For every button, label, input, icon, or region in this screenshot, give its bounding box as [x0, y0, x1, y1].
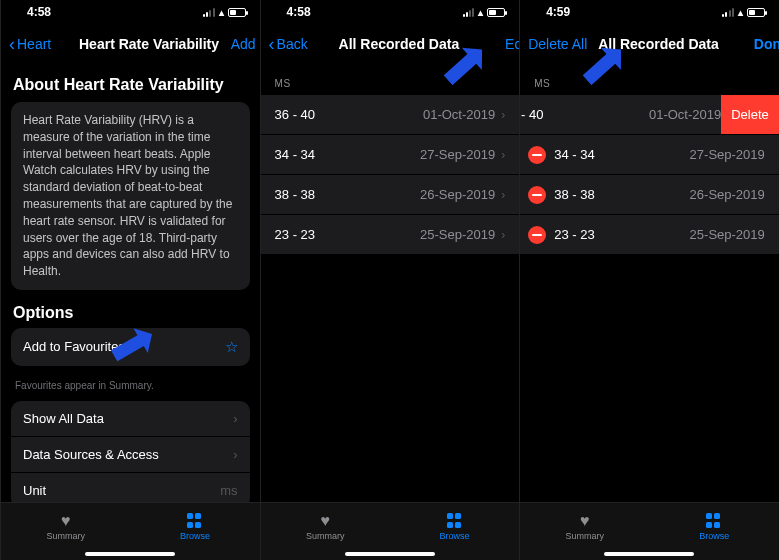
tab-browse[interactable]: Browse — [390, 503, 519, 550]
chevron-right-icon: › — [233, 447, 237, 462]
data-date: 27-Sep-2019 — [690, 147, 779, 162]
remove-button[interactable] — [520, 186, 554, 204]
data-date: 26-Sep-2019 — [690, 187, 779, 202]
heart-icon: ♥ — [320, 513, 330, 529]
data-sources-label: Data Sources & Access — [23, 447, 159, 462]
chevron-right-icon: › — [501, 228, 505, 242]
grid-icon — [187, 513, 203, 529]
data-row[interactable]: 34 - 34 27-Sep-2019› — [261, 135, 520, 175]
chevron-left-icon: ‹ — [269, 35, 275, 53]
back-label: Back — [277, 36, 308, 52]
data-date: 01-Oct-2019 — [649, 107, 721, 122]
tab-summary-label: Summary — [566, 531, 605, 541]
nav-bar: Delete All All Recorded Data Done — [520, 24, 779, 64]
tab-summary[interactable]: ♥ Summary — [520, 503, 649, 550]
status-icons: ▴ — [463, 7, 506, 18]
phone-screen-2: 4:58 ▴ ‹ Back All Recorded Data Edit MS … — [260, 0, 520, 560]
data-row[interactable]: 34 - 34 27-Sep-2019 — [520, 135, 779, 175]
tab-summary[interactable]: ♥ Summary — [1, 503, 130, 550]
tab-summary-label: Summary — [46, 531, 85, 541]
nav-title: Heart Rate Variability — [79, 36, 219, 52]
data-row[interactable]: 36 - 40 01-Oct-2019› — [261, 95, 520, 135]
status-icons: ▴ — [203, 7, 246, 18]
nav-bar: ‹ Heart Heart Rate Variability Add Data — [1, 24, 260, 64]
data-date: 27-Sep-2019 — [420, 147, 495, 162]
status-bar: 4:58 ▴ — [1, 0, 260, 24]
data-value: 23 - 23 — [275, 227, 315, 242]
nav-title: All Recorded Data — [339, 36, 460, 52]
data-row-swiped[interactable]: 6 - 40 01-Oct-2019 Delete — [520, 95, 779, 135]
tab-browse[interactable]: Browse — [649, 503, 778, 550]
chevron-right-icon: › — [501, 188, 505, 202]
data-value: 23 - 23 — [554, 215, 689, 254]
phone-screen-1: 4:58 ▴ ‹ Heart Heart Rate Variability Ad… — [0, 0, 260, 560]
content-scroll[interactable]: About Heart Rate Variability Heart Rate … — [1, 64, 260, 502]
back-label: Heart — [17, 36, 51, 52]
status-time: 4:58 — [27, 5, 51, 19]
data-date: 26-Sep-2019 — [420, 187, 495, 202]
content-scroll[interactable]: MS 36 - 40 01-Oct-2019› 34 - 34 27-Sep-2… — [261, 64, 520, 502]
remove-button[interactable] — [520, 226, 554, 244]
options-header: Options — [1, 290, 260, 328]
about-card: Heart Rate Variability (HRV) is a measur… — [11, 102, 250, 290]
home-indicator[interactable] — [85, 552, 175, 556]
status-bar: 4:58 ▴ — [261, 0, 520, 24]
tab-browse[interactable]: Browse — [130, 503, 259, 550]
back-button[interactable]: ‹ Heart — [9, 35, 79, 53]
data-row[interactable]: 38 - 38 26-Sep-2019 — [520, 175, 779, 215]
data-value: 38 - 38 — [275, 187, 315, 202]
data-value: 34 - 34 — [554, 135, 689, 174]
data-value: 34 - 34 — [275, 147, 315, 162]
show-all-data-cell[interactable]: Show All Data › — [11, 401, 250, 437]
data-row[interactable]: 23 - 23 25-Sep-2019 — [520, 215, 779, 254]
done-button[interactable]: Done — [719, 36, 779, 52]
tab-browse-label: Browse — [180, 531, 210, 541]
data-row[interactable]: 38 - 38 26-Sep-2019› — [261, 175, 520, 215]
data-value: 6 - 40 — [520, 95, 649, 134]
unit-cell[interactable]: Unit ms — [11, 473, 250, 502]
status-time: 4:58 — [287, 5, 311, 19]
heart-icon: ♥ — [61, 513, 71, 529]
remove-button[interactable] — [520, 146, 554, 164]
delete-button[interactable]: Delete — [721, 95, 779, 134]
home-indicator[interactable] — [604, 552, 694, 556]
status-icons: ▴ — [722, 7, 765, 18]
minus-icon — [528, 226, 546, 244]
ms-section-header: MS — [261, 64, 520, 95]
data-row[interactable]: 23 - 23 25-Sep-2019› — [261, 215, 520, 254]
status-bar: 4:59 ▴ — [520, 0, 779, 24]
chevron-right-icon: › — [501, 148, 505, 162]
delete-all-label: Delete All — [528, 36, 587, 52]
chevron-left-icon: ‹ — [9, 35, 15, 53]
home-indicator[interactable] — [345, 552, 435, 556]
tab-browse-label: Browse — [699, 531, 729, 541]
minus-icon — [528, 146, 546, 164]
data-value: 36 - 40 — [275, 107, 315, 122]
content-scroll[interactable]: MS 6 - 40 01-Oct-2019 Delete 34 - 34 27-… — [520, 64, 779, 502]
chevron-right-icon: › — [501, 108, 505, 122]
chevron-right-icon: › — [233, 411, 237, 426]
unit-label: Unit — [23, 483, 46, 498]
tab-summary-label: Summary — [306, 531, 345, 541]
minus-icon — [528, 186, 546, 204]
show-all-label: Show All Data — [23, 411, 104, 426]
data-date: 25-Sep-2019 — [690, 227, 779, 242]
add-data-button[interactable]: Add Data — [219, 36, 260, 52]
about-header: About Heart Rate Variability — [1, 64, 260, 102]
delete-all-button[interactable]: Delete All — [528, 36, 598, 52]
grid-icon — [706, 513, 722, 529]
data-sources-cell[interactable]: Data Sources & Access › — [11, 437, 250, 473]
star-icon: ☆ — [225, 338, 238, 356]
data-value: 38 - 38 — [554, 175, 689, 214]
unit-value: ms — [220, 483, 237, 498]
data-date: 01-Oct-2019 — [423, 107, 495, 122]
favourites-footnote: Favourites appear in Summary. — [1, 376, 260, 401]
tab-summary[interactable]: ♥ Summary — [261, 503, 390, 550]
status-time: 4:59 — [546, 5, 570, 19]
phone-screen-3: 4:59 ▴ Delete All All Recorded Data Done… — [519, 0, 779, 560]
tab-browse-label: Browse — [440, 531, 470, 541]
heart-icon: ♥ — [580, 513, 590, 529]
favourites-label: Add to Favourites — [23, 339, 125, 354]
back-button[interactable]: ‹ Back — [269, 35, 339, 53]
ms-section-header: MS — [520, 64, 779, 95]
